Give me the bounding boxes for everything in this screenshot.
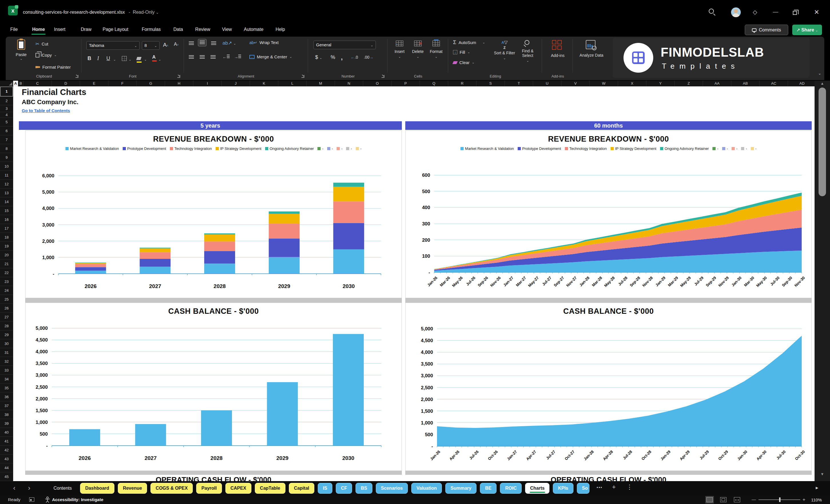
new-sheet-icon[interactable]: + xyxy=(612,483,616,491)
normal-view-icon[interactable] xyxy=(706,497,713,502)
align-top-button[interactable] xyxy=(189,41,194,46)
row-header-2[interactable]: 2 xyxy=(0,97,13,105)
find-select-button[interactable]: Find & Select⌄ xyxy=(517,39,538,63)
row-header-25[interactable]: 25 xyxy=(0,295,13,304)
comments-button[interactable]: Comments xyxy=(745,25,788,35)
row-header-7[interactable]: 7 xyxy=(0,135,13,144)
row-header-45[interactable]: 45 xyxy=(0,472,13,481)
menu-file[interactable]: File xyxy=(10,27,18,32)
sort-filter-button[interactable]: A▽Z Sort & Filter⌄ xyxy=(493,39,515,60)
menu-review[interactable]: Review xyxy=(195,27,210,32)
column-header-G[interactable]: G xyxy=(137,81,165,86)
sheet-tab-kpis[interactable]: KPIs xyxy=(553,483,573,494)
column-header-AB[interactable]: AB xyxy=(731,81,760,86)
row-header-16[interactable]: 16 xyxy=(0,215,13,224)
font-color-button[interactable]: A xyxy=(152,54,157,62)
table-of-contents-link[interactable]: Go to Table of Contents xyxy=(22,108,70,113)
column-header-D[interactable]: D xyxy=(52,81,80,86)
row-header-42[interactable]: 42 xyxy=(0,446,13,454)
increase-decimal-button[interactable]: ←.0 xyxy=(351,55,358,60)
scroll-up-icon[interactable]: ▲ xyxy=(815,81,830,86)
menu-view[interactable]: View xyxy=(222,27,232,32)
row-header-14[interactable]: 14 xyxy=(0,197,13,206)
row-header-36[interactable]: 36 xyxy=(0,392,13,401)
column-header-P[interactable]: P xyxy=(391,81,420,86)
row-header-18[interactable]: 18 xyxy=(0,233,13,242)
column-header-K[interactable]: K xyxy=(250,81,278,86)
row-header-33[interactable]: 33 xyxy=(0,366,13,375)
row-header-15[interactable]: 15 xyxy=(0,206,13,215)
column-header-B[interactable]: B xyxy=(18,81,24,86)
row-header-40[interactable]: 40 xyxy=(0,428,13,437)
column-header-E[interactable]: E xyxy=(80,81,108,86)
borders-button[interactable] xyxy=(122,56,127,62)
row-header-30[interactable]: 30 xyxy=(0,339,13,348)
column-header-F[interactable]: F xyxy=(108,81,137,86)
row-header-43[interactable]: 43 xyxy=(0,454,13,463)
column-header-S[interactable]: S xyxy=(477,81,505,86)
underline-chevron[interactable]: ⌄ xyxy=(113,58,116,62)
row-header-35[interactable]: 35 xyxy=(0,384,13,392)
sheet-tab-roic[interactable]: ROIC xyxy=(500,483,522,494)
fill-color-chevron[interactable]: ⌄ xyxy=(144,58,147,62)
scroll-down-icon[interactable]: ▼ xyxy=(815,472,830,476)
row-header-44[interactable]: 44 xyxy=(0,463,13,472)
row-header-28[interactable]: 28 xyxy=(0,321,13,330)
font-name-select[interactable]: Tahoma⌄ xyxy=(86,41,139,50)
row-header-12[interactable]: 12 xyxy=(0,180,13,189)
merge-center-button[interactable]: ↔Merge & Center ⌄ xyxy=(249,54,292,59)
column-header-X[interactable]: X xyxy=(618,81,646,86)
column-header-Y[interactable]: Y xyxy=(646,81,675,86)
column-header-R[interactable]: R xyxy=(448,81,477,86)
macro-record-icon[interactable] xyxy=(29,497,34,502)
underline-button[interactable]: U xyxy=(106,56,110,62)
column-header-T[interactable]: T xyxy=(505,81,533,86)
row-header-4[interactable]: 4 xyxy=(0,112,13,118)
tab-options-kebab-icon[interactable]: ⋮ xyxy=(626,483,633,491)
column-header-AD[interactable]: AD xyxy=(788,81,816,86)
page-break-view-icon[interactable] xyxy=(734,497,740,502)
premium-diamond-icon[interactable]: ◇ xyxy=(753,8,757,15)
sheet-tab-summary[interactable]: Summary xyxy=(445,483,477,494)
column-header-M[interactable]: M xyxy=(307,81,335,86)
paste-button[interactable]: Paste ⌄ xyxy=(12,39,30,61)
tabs-prev-icon[interactable]: ‹ xyxy=(13,484,15,492)
alignment-dialog-launcher[interactable] xyxy=(301,75,304,78)
zoom-in-icon[interactable]: + xyxy=(802,497,805,503)
vertical-scroll-thumb[interactable] xyxy=(819,88,826,196)
number-format-select[interactable]: General⌄ xyxy=(314,41,376,49)
row-header-27[interactable]: 27 xyxy=(0,313,13,321)
zoom-slider-thumb[interactable] xyxy=(779,497,780,502)
menu-draw[interactable]: Draw xyxy=(81,27,91,32)
sheet-tab-be[interactable]: BE xyxy=(480,483,497,494)
row-header-41[interactable]: 41 xyxy=(0,437,13,446)
sheet-tab-revenue[interactable]: Revenue xyxy=(118,483,147,494)
column-header-Z[interactable]: Z xyxy=(675,81,703,86)
column-header-Q[interactable]: Q xyxy=(420,81,448,86)
menu-automate[interactable]: Automate xyxy=(244,27,263,32)
decrease-decimal-button[interactable]: .00→ xyxy=(364,55,373,60)
collapse-ribbon-chevron[interactable]: ⌄ xyxy=(818,71,822,75)
sheet-tab-contents[interactable]: Contents xyxy=(49,483,77,494)
addins-button[interactable] xyxy=(552,40,562,50)
font-color-chevron[interactable]: ⌄ xyxy=(158,58,161,62)
column-header-AC[interactable]: AC xyxy=(760,81,788,86)
sheet-tab-scenarios[interactable]: Scenarios xyxy=(376,483,408,494)
row-header-17[interactable]: 17 xyxy=(0,224,13,233)
restore-button[interactable] xyxy=(793,10,797,16)
italic-button[interactable]: I xyxy=(97,56,99,62)
clipboard-dialog-launcher[interactable] xyxy=(75,75,78,78)
sheet-tab-captable[interactable]: CapTable xyxy=(255,483,285,494)
decrease-font-icon[interactable]: A˅ xyxy=(174,42,179,47)
row-header-24[interactable]: 24 xyxy=(0,286,13,295)
row-header-9[interactable]: 9 xyxy=(0,153,13,162)
row-header-32[interactable]: 32 xyxy=(0,357,13,366)
orientation-button[interactable]: ab↗ ⌄ xyxy=(223,40,236,46)
sheet-tab-dashboard[interactable]: Dashboard xyxy=(80,483,115,494)
align-right-button[interactable] xyxy=(211,55,216,60)
column-header-H[interactable]: H xyxy=(165,81,193,86)
chevron-down-icon[interactable]: ⌄ xyxy=(156,10,159,14)
format-cells-button[interactable]: Format⌄ xyxy=(428,41,444,59)
percent-format-button[interactable]: % xyxy=(331,54,335,60)
sheet-tab-valuation[interactable]: Valuation xyxy=(411,483,442,494)
